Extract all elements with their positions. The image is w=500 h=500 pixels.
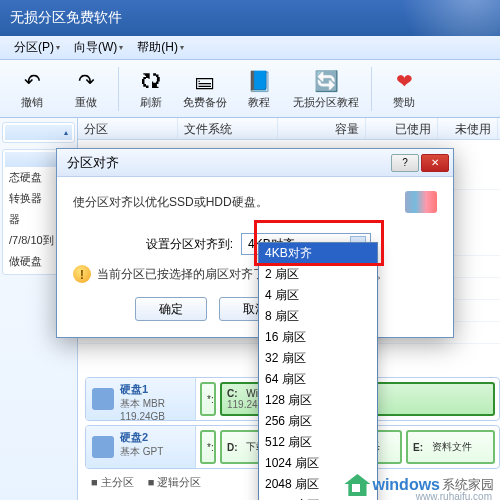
dropdown-option-selected[interactable]: 4KB对齐 bbox=[259, 243, 377, 264]
toolbar-tutorial[interactable]: 📘教程 bbox=[233, 63, 285, 114]
heart-icon: ❤ bbox=[378, 67, 430, 95]
toolbar-separator bbox=[118, 67, 119, 111]
ssd-icon bbox=[405, 191, 437, 213]
disk-header: 硬盘2 基本 GPT bbox=[86, 426, 196, 468]
dropdown-option[interactable]: 128 扇区 bbox=[259, 390, 377, 411]
dropdown-option[interactable]: 2 扇区 bbox=[259, 264, 377, 285]
redo-icon: ↷ bbox=[60, 67, 112, 95]
dropdown-option[interactable]: 256 扇区 bbox=[259, 411, 377, 432]
menu-bar: 分区(P)▾ 向导(W)▾ 帮助(H)▾ bbox=[0, 36, 500, 60]
dialog-close-button[interactable]: ✕ bbox=[421, 154, 449, 172]
col-filesystem[interactable]: 文件系统 bbox=[178, 118, 278, 139]
col-partition[interactable]: 分区 bbox=[78, 118, 178, 139]
col-unused[interactable]: 未使用 bbox=[438, 118, 498, 139]
dropdown-option[interactable]: 512 扇区 bbox=[259, 432, 377, 453]
titlebar-decoration bbox=[360, 0, 500, 36]
dialog-help-button[interactable]: ? bbox=[391, 154, 419, 172]
align-dropdown-list[interactable]: 4KB对齐 2 扇区 4 扇区 8 扇区 16 扇区 32 扇区 64 扇区 1… bbox=[258, 242, 378, 500]
backup-icon: 🖴 bbox=[179, 67, 231, 95]
toolbar-redo[interactable]: ↷重做 bbox=[60, 63, 112, 114]
menu-partition[interactable]: 分区(P)▾ bbox=[8, 37, 66, 58]
dropdown-option[interactable]: 8 扇区 bbox=[259, 306, 377, 327]
undo-icon: ↶ bbox=[6, 67, 58, 95]
toolbar-lossless-tutorial[interactable]: 🔄无损分区教程 bbox=[287, 63, 365, 114]
col-used[interactable]: 已使用 bbox=[366, 118, 438, 139]
lossless-icon: 🔄 bbox=[287, 67, 365, 95]
house-icon bbox=[344, 474, 370, 496]
dropdown-option[interactable]: 64 扇区 bbox=[259, 369, 377, 390]
window-title: 无损分区免费软件 bbox=[10, 9, 122, 27]
window-titlebar: 无损分区免费软件 bbox=[0, 0, 500, 36]
dropdown-option[interactable]: 16 扇区 bbox=[259, 327, 377, 348]
toolbar-undo[interactable]: ↶撤销 bbox=[6, 63, 58, 114]
grid-header: 分区 文件系统 容量 已使用 未使用 bbox=[78, 118, 500, 140]
chevron-up-icon: ▴ bbox=[64, 128, 68, 137]
partition-block[interactable]: *: bbox=[200, 382, 216, 416]
toolbar-donate[interactable]: ❤赞助 bbox=[378, 63, 430, 114]
dropdown-option[interactable]: 32 扇区 bbox=[259, 348, 377, 369]
warning-icon: ! bbox=[73, 265, 91, 283]
disk-icon bbox=[92, 436, 114, 458]
sidebar-wizard-card: ▴ bbox=[2, 122, 75, 143]
partition-block[interactable]: *: bbox=[200, 430, 216, 464]
menu-help[interactable]: 帮助(H)▾ bbox=[131, 37, 190, 58]
dialog-titlebar[interactable]: 分区对齐 ? ✕ bbox=[57, 149, 453, 177]
dialog-title: 分区对齐 bbox=[67, 154, 119, 172]
watermark: windows系统家园 bbox=[344, 474, 494, 496]
toolbar-refresh[interactable]: 🗘刷新 bbox=[125, 63, 177, 114]
align-label: 设置分区对齐到: bbox=[73, 236, 233, 253]
dropdown-option[interactable]: 1024 扇区 bbox=[259, 453, 377, 474]
disk-header: 硬盘1 基本 MBR 119.24GB bbox=[86, 378, 196, 420]
sidebar-wizard-header[interactable]: ▴ bbox=[5, 125, 72, 140]
partition-block[interactable]: E: 资料文件 bbox=[406, 430, 495, 464]
toolbar-backup[interactable]: 🖴免费备份 bbox=[179, 63, 231, 114]
dialog-intro: 使分区对齐以优化SSD或HDD硬盘。 bbox=[73, 194, 268, 211]
align-dialog: 分区对齐 ? ✕ 使分区对齐以优化SSD或HDD硬盘。 设置分区对齐到: 4KB… bbox=[56, 148, 454, 338]
col-capacity[interactable]: 容量 bbox=[278, 118, 366, 139]
toolbar-separator bbox=[371, 67, 372, 111]
disk-icon bbox=[92, 388, 114, 410]
tutorial-icon: 📘 bbox=[233, 67, 285, 95]
menu-wizard[interactable]: 向导(W)▾ bbox=[68, 37, 129, 58]
refresh-icon: 🗘 bbox=[125, 67, 177, 95]
toolbar: ↶撤销 ↷重做 🗘刷新 🖴免费备份 📘教程 🔄无损分区教程 ❤赞助 bbox=[0, 60, 500, 118]
dropdown-option[interactable]: 4 扇区 bbox=[259, 285, 377, 306]
ok-button[interactable]: 确定 bbox=[135, 297, 207, 321]
